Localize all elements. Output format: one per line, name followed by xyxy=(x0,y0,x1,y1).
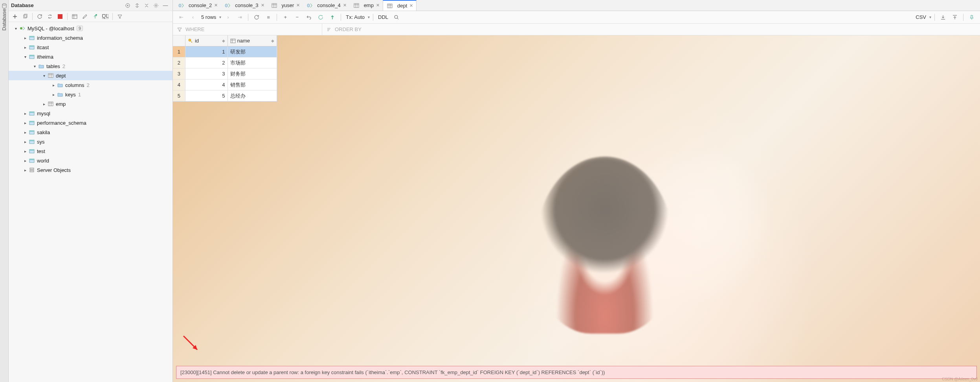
tab-emp[interactable]: emp✕ xyxy=(350,0,383,11)
table-row[interactable]: 33财务部 xyxy=(173,68,277,79)
tree-node-schema[interactable]: ▸sakila xyxy=(9,127,173,137)
gear-icon[interactable] xyxy=(151,1,161,10)
row-number[interactable]: 2 xyxy=(173,57,185,68)
search-icon[interactable] xyxy=(391,12,402,22)
row-number[interactable]: 3 xyxy=(173,68,185,79)
cell-id[interactable]: 5 xyxy=(185,90,228,101)
reload-icon[interactable] xyxy=(251,12,262,22)
next-page-icon[interactable]: › xyxy=(223,12,233,22)
tool-window-rail[interactable]: Database xyxy=(0,0,9,382)
refresh-icon[interactable] xyxy=(35,12,44,21)
remove-row-icon[interactable]: − xyxy=(292,12,302,22)
upload-icon[interactable] xyxy=(950,12,960,22)
row-number[interactable]: 1 xyxy=(173,46,185,57)
tab-label: dept xyxy=(397,3,407,9)
close-icon[interactable]: ✕ xyxy=(261,3,264,8)
tab-yuser[interactable]: yuser✕ xyxy=(268,0,303,11)
edit-icon[interactable] xyxy=(80,12,90,21)
tab-console_2[interactable]: console_2✕ xyxy=(174,0,221,11)
schema-icon xyxy=(28,148,35,155)
tree-node-schema[interactable]: ▸mysql xyxy=(9,109,173,118)
tree-node-table-emp[interactable]: ▸emp xyxy=(9,99,173,109)
add-icon[interactable] xyxy=(10,12,20,21)
add-row-icon[interactable]: + xyxy=(280,12,290,22)
download-icon[interactable] xyxy=(938,12,948,22)
prev-page-icon[interactable]: ‹ xyxy=(188,12,198,22)
sync-icon[interactable] xyxy=(45,12,55,21)
tree-node-server-objects[interactable]: ▸Server Objects xyxy=(9,165,173,175)
table-row[interactable]: 22市场部 xyxy=(173,57,277,68)
tree-node-schema[interactable]: ▸sys xyxy=(9,137,173,146)
sql-icon[interactable]: QL xyxy=(101,12,110,21)
stop-icon[interactable] xyxy=(55,12,65,21)
close-icon[interactable]: ✕ xyxy=(376,3,380,8)
minimize-icon[interactable]: — xyxy=(161,1,170,10)
close-icon[interactable]: ✕ xyxy=(409,3,413,8)
export-csv[interactable]: CSV xyxy=(914,14,928,20)
tree-node-folder[interactable]: ▸columns2 xyxy=(9,80,173,90)
orderby-filter[interactable]: ORDER BY xyxy=(322,24,365,35)
submit-icon[interactable] xyxy=(327,12,338,22)
column-header-name[interactable]: name◆ xyxy=(228,35,277,46)
collapse-icon[interactable] xyxy=(142,1,151,10)
table-icon xyxy=(271,2,278,9)
node-count: 2 xyxy=(62,63,65,69)
ddl-button[interactable]: DDL xyxy=(376,14,390,20)
pin-icon[interactable] xyxy=(967,12,977,22)
revert-icon[interactable] xyxy=(304,12,314,22)
tab-console_3[interactable]: console_3✕ xyxy=(221,0,267,11)
tree-node-schema[interactable]: ▾itheima xyxy=(9,52,173,61)
table-row[interactable]: 55总经办 xyxy=(173,90,277,101)
close-icon[interactable]: ✕ xyxy=(296,3,300,8)
cell-name[interactable]: 研发部 xyxy=(228,46,277,57)
where-filter[interactable]: WHERE xyxy=(173,24,322,35)
svg-rect-32 xyxy=(30,168,34,170)
tree-node-table-dept[interactable]: ▾dept xyxy=(9,71,173,80)
tree-node-folder[interactable]: ▾tables2 xyxy=(9,61,173,71)
cell-id[interactable]: 1 xyxy=(185,46,228,57)
node-label: information_schema xyxy=(37,35,83,41)
schema-icon xyxy=(28,129,35,136)
close-icon[interactable]: ✕ xyxy=(343,3,347,8)
cell-id[interactable]: 4 xyxy=(185,79,228,90)
commit-icon[interactable] xyxy=(316,12,326,22)
stop-icon[interactable]: ■ xyxy=(263,12,273,22)
row-number-header[interactable] xyxy=(173,35,185,46)
last-page-icon[interactable]: ⇥ xyxy=(235,12,245,22)
jump-icon[interactable] xyxy=(90,12,100,21)
tab-console_4[interactable]: console_4✕ xyxy=(303,0,349,11)
schema-icon xyxy=(28,119,35,126)
table-row[interactable]: 44销售部 xyxy=(173,79,277,90)
table-row[interactable]: 11研发部 xyxy=(173,46,277,57)
table-icon[interactable] xyxy=(70,12,79,21)
row-number[interactable]: 5 xyxy=(173,90,185,101)
filter-icon[interactable] xyxy=(115,12,125,21)
column-header-id[interactable]: id◆ xyxy=(185,35,228,46)
tree-node-folder[interactable]: ▸keys1 xyxy=(9,90,173,99)
database-icon xyxy=(2,3,7,9)
tree-node-schema[interactable]: ▸test xyxy=(9,146,173,156)
tree-node-schema[interactable]: ▸world xyxy=(9,156,173,165)
expand-icon[interactable] xyxy=(132,1,142,10)
tx-mode[interactable]: Tx: Auto xyxy=(344,14,366,20)
rail-label: Database xyxy=(1,9,7,32)
close-icon[interactable]: ✕ xyxy=(214,3,218,8)
cell-name[interactable]: 销售部 xyxy=(228,79,277,90)
cell-name[interactable]: 市场部 xyxy=(228,57,277,68)
first-page-icon[interactable]: ⇤ xyxy=(176,12,186,22)
tree-node-schema[interactable]: ▸performance_schema xyxy=(9,118,173,127)
target-icon[interactable] xyxy=(123,1,132,10)
cell-name[interactable]: 财务部 xyxy=(228,68,277,79)
copy-icon[interactable] xyxy=(20,12,30,21)
tree-node-schema[interactable]: ▸itcast xyxy=(9,42,173,52)
row-count[interactable]: 5 rows xyxy=(200,14,218,20)
tree-node-schema[interactable]: ▸information_schema xyxy=(9,33,173,42)
tab-dept[interactable]: dept✕ xyxy=(383,0,417,11)
node-count: 2 xyxy=(86,82,89,88)
tree-node-connection[interactable]: ▾ MySQL - @localhost 9 xyxy=(9,24,173,33)
chevron-right-icon: ▸ xyxy=(41,102,47,106)
cell-id[interactable]: 3 xyxy=(185,68,228,79)
row-number[interactable]: 4 xyxy=(173,79,185,90)
cell-name[interactable]: 总经办 xyxy=(228,90,277,101)
cell-id[interactable]: 2 xyxy=(185,57,228,68)
